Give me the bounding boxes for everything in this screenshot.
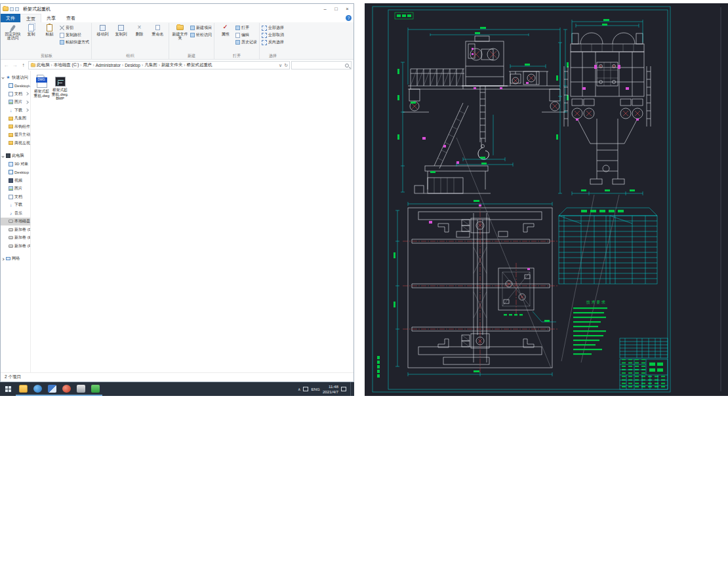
dimension-text — [394, 200, 550, 372]
tab-share[interactable]: 共享 — [41, 14, 61, 22]
paste-button[interactable]: 粘贴 — [41, 23, 58, 36]
paste-shortcut-button[interactable]: 粘贴快捷方式 — [59, 39, 89, 46]
section-marks — [422, 48, 529, 164]
tab-home[interactable]: 主页 — [20, 14, 41, 22]
sidebar-item-desktop[interactable]: Desktop — [1, 82, 30, 90]
disk-icon — [9, 245, 13, 248]
sidebar-network[interactable]: 网络 — [1, 255, 30, 264]
sheet-border — [373, 7, 721, 392]
taskbar-app-1[interactable] — [30, 382, 45, 396]
group-label-select: 选择 — [262, 53, 284, 59]
invert-selection-icon — [262, 40, 267, 45]
open-button[interactable]: 打开 — [235, 24, 257, 31]
taskbar-app-5[interactable] — [88, 382, 102, 396]
input-language[interactable]: ENG — [311, 387, 319, 391]
breadcrumb-item[interactable]: 此电脑 — [36, 62, 51, 68]
new-item-icon — [190, 26, 195, 30]
select-none-button[interactable]: 全部取消 — [262, 31, 284, 39]
edit-button[interactable]: 编辑 — [235, 31, 257, 39]
sidebar-item-pictures[interactable]: 图片 — [1, 185, 30, 193]
breadcrumb-item[interactable]: 本地磁盘 (C:) — [53, 62, 80, 68]
pin-icon — [10, 24, 15, 31]
help-icon[interactable]: ? — [346, 15, 352, 21]
qat-button-icon[interactable] — [10, 7, 14, 11]
chevron-right-icon[interactable] — [1, 258, 4, 260]
move-to-button[interactable]: 移动到 — [94, 23, 111, 36]
taskbar-app-file-explorer[interactable] — [16, 382, 30, 396]
sidebar-item-volume-d[interactable]: 新加卷 (D:) — [1, 225, 30, 234]
clock[interactable]: 11:48 2021/4/7 — [323, 384, 338, 395]
tab-view[interactable]: 查看 — [61, 14, 81, 22]
new-item-button[interactable]: 新建项目 — [190, 24, 212, 31]
sidebar-item-folder[interactable]: 凡集图 — [1, 115, 30, 123]
close-button[interactable]: × — [342, 5, 353, 13]
paste-shortcut-icon — [60, 40, 64, 45]
touch-keyboard-icon[interactable] — [303, 387, 308, 391]
sidebar-item-documents[interactable]: 文档 — [1, 193, 30, 201]
refresh-icon[interactable]: ↻ — [284, 63, 288, 68]
up-button[interactable]: ↑ — [20, 62, 27, 69]
sidebar-item-3d-objects[interactable]: 3D 对象 — [1, 160, 30, 168]
taskbar-app-2[interactable] — [45, 382, 59, 396]
sidebar-item-documents[interactable]: 文档 — [1, 90, 30, 98]
quick-access-toolbar[interactable] — [1, 7, 20, 11]
breadcrumb[interactable]: 此电脑 › 本地磁盘 (C:) › 用户 › Administrator › D… — [28, 61, 290, 69]
show-desktop-button[interactable] — [350, 382, 352, 396]
breadcrumb-item[interactable]: 凡集图 — [144, 62, 158, 68]
taskbar-app-3[interactable] — [59, 382, 73, 396]
pin-icon — [25, 100, 29, 104]
pin-to-quick-access-button[interactable]: 固定到快速访问 — [4, 23, 22, 41]
breadcrumb-item[interactable]: 桥架式起重机 — [186, 62, 213, 68]
history-button[interactable]: 历史记录 — [235, 39, 257, 46]
copy-path-button[interactable]: 复制路径 — [59, 31, 89, 39]
sidebar-item-folder[interactable]: 两视左视图 — [1, 139, 30, 147]
maximize-button[interactable]: □ — [331, 5, 342, 13]
sidebar-this-pc[interactable]: 此电脑 — [1, 152, 30, 161]
delete-button[interactable]: × 删除 — [131, 23, 148, 36]
breadcrumb-item[interactable]: Desktop — [124, 63, 141, 68]
select-all-button[interactable]: 全部选择 — [262, 24, 284, 31]
sidebar-item-folder[interactable]: 吊钩组件图 — [1, 123, 30, 131]
address-dropdown-icon[interactable]: ∨ — [279, 63, 282, 68]
start-button[interactable] — [0, 382, 16, 396]
file-item-bmp[interactable]: 桥架式起重机.dwg.BMP — [51, 75, 69, 101]
tray-date: 2021/4/7 — [323, 389, 338, 394]
tab-file[interactable]: 文件 — [1, 14, 20, 22]
sidebar-quick-access[interactable]: ★ 快速访问 — [1, 73, 30, 82]
easy-access-button[interactable]: 轻松访问 — [190, 31, 212, 39]
sidebar-item-volume-f[interactable]: 新加卷 (F:) — [1, 242, 30, 250]
navigation-pane: ★ 快速访问 Desktop 文档 图片 ↓ 下载 — [1, 71, 31, 372]
tray-chevron-icon[interactable]: ∧ — [298, 387, 301, 391]
new-folder-button[interactable]: 新建文件夹 — [171, 23, 189, 41]
breadcrumb-item[interactable]: 用户 — [82, 62, 92, 68]
rename-button[interactable]: 重命名 — [149, 23, 167, 36]
chevron-down-icon[interactable] — [1, 155, 4, 157]
sidebar-item-downloads[interactable]: ↓ 下载 — [1, 201, 30, 210]
sidebar-item-volume-e[interactable]: 新加卷 (E:) — [1, 234, 30, 243]
action-center-icon[interactable] — [341, 387, 346, 391]
sidebar-item-folder[interactable]: 提升主动模图 — [1, 131, 30, 140]
sidebar-item-local-disk-c[interactable]: 本地磁盘 (C:) — [1, 218, 30, 226]
chevron-down-icon[interactable] — [1, 76, 4, 79]
breadcrumb-item[interactable]: 新建文件夹 — [161, 62, 184, 68]
breadcrumb-item[interactable]: Administrator — [95, 63, 121, 68]
delete-icon: × — [135, 24, 144, 31]
minimize-button[interactable]: – — [319, 5, 331, 13]
sidebar-item-downloads[interactable]: ↓ 下载 — [1, 106, 30, 115]
taskbar-app-4[interactable] — [73, 382, 88, 396]
sidebar-item-videos[interactable]: 视频 — [1, 176, 30, 185]
copy-button[interactable]: 复制 — [22, 23, 40, 36]
search-input[interactable] — [291, 61, 352, 69]
invert-selection-button[interactable]: 反向选择 — [262, 39, 284, 46]
sidebar-item-pictures[interactable]: 图片 — [1, 98, 30, 107]
file-item-dwg[interactable]: DWG 桥架式起重机.dwg — [33, 75, 51, 98]
pictures-icon — [9, 100, 13, 104]
properties-button[interactable]: ✓ 属性 — [216, 23, 234, 36]
sidebar-item-desktop[interactable]: Desktop — [1, 168, 30, 177]
cut-button[interactable]: 剪切 — [59, 24, 89, 31]
qat-customize-icon[interactable] — [15, 7, 19, 11]
sidebar-item-music[interactable]: ♪ 音乐 — [1, 209, 30, 218]
back-button[interactable]: ← — [3, 62, 10, 69]
forward-button[interactable]: → — [11, 62, 18, 69]
copy-to-button[interactable]: 复制到 — [112, 23, 130, 36]
